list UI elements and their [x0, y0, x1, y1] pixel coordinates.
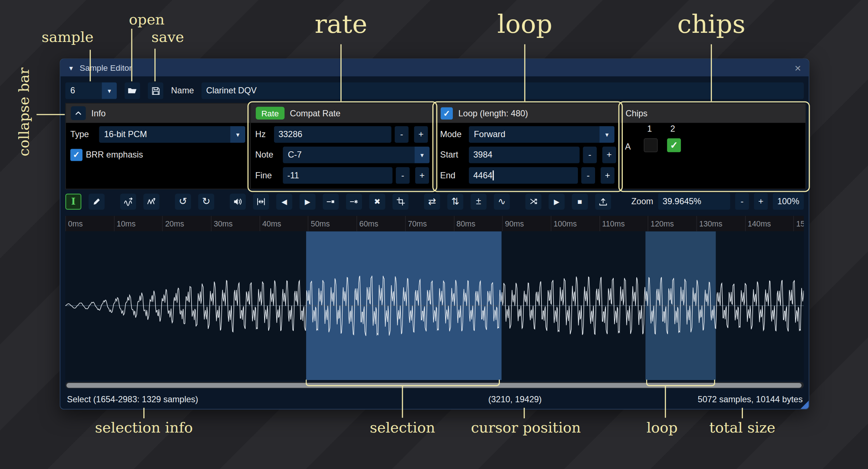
chips-panel: Chips 1 2 A ✓ — [620, 103, 806, 189]
time-ruler[interactable]: 0ms 10ms 20ms 30ms 40ms 50ms 60ms 70ms 8… — [65, 216, 804, 231]
loop-start-label: Start — [440, 150, 466, 160]
ruler-tick: 130ms — [697, 216, 745, 231]
waveform-view[interactable] — [65, 231, 804, 380]
chevron-up-icon — [74, 109, 82, 117]
zoom-reset-button[interactable]: 100% — [773, 193, 804, 210]
fine-input[interactable] — [283, 167, 392, 184]
apply-silence-button[interactable] — [346, 193, 362, 209]
normalize-button[interactable] — [253, 193, 269, 209]
undo-icon: ↺ — [179, 195, 187, 208]
save-annotation-label: save — [112, 29, 223, 46]
resample-button[interactable] — [143, 193, 159, 209]
chevron-down-icon[interactable]: ▼ — [102, 82, 117, 99]
zoom-input[interactable] — [658, 193, 730, 210]
hz-input[interactable] — [274, 126, 391, 143]
info-panel-header: Info — [66, 104, 250, 123]
fade-in-button[interactable]: ◀ — [276, 193, 292, 209]
preview-button[interactable]: ▶ — [549, 193, 565, 209]
rate-panel-body: Hz - + Note C-7 ▼ Fine - + — [251, 123, 434, 187]
rate-panel-title: Compat Rate — [290, 108, 341, 118]
scrollbar-thumb[interactable] — [66, 383, 802, 388]
window-collapse-icon[interactable]: ▼ — [68, 65, 74, 71]
delete-icon: ✖ — [374, 197, 381, 206]
delete-button[interactable]: ✖ — [369, 193, 385, 209]
name-input[interactable] — [202, 82, 804, 99]
chip-a2-checkbox[interactable]: ✓ — [667, 138, 681, 152]
fade-in-icon: ◀ — [282, 197, 287, 206]
waveform-scrollbar[interactable] — [65, 382, 804, 388]
save-button[interactable] — [148, 82, 163, 99]
zoom-in-button[interactable]: + — [754, 193, 768, 210]
stop-button[interactable]: ■ — [572, 193, 588, 209]
loop-mode-selector[interactable]: Forward ▼ — [469, 126, 614, 143]
loop-start-increment-button[interactable]: + — [602, 147, 616, 163]
apply-silence-icon — [349, 197, 359, 206]
play-icon: ▶ — [554, 197, 559, 206]
fade-out-button[interactable]: ▶ — [300, 193, 316, 209]
loop-panel: ✓ Loop (length: 480) Mode Forward ▼ Star… — [435, 103, 620, 189]
loop-start-input[interactable] — [469, 147, 579, 163]
text-cursor — [493, 170, 494, 180]
zoom-out-button[interactable]: - — [735, 193, 749, 210]
selection-annotation-label: selection — [319, 419, 485, 436]
chip-a1-checkbox[interactable] — [644, 138, 658, 152]
collapse-bar-annotation-label: collapse bar — [15, 67, 32, 156]
undo-button[interactable]: ↺ — [175, 193, 191, 209]
hz-decrement-button[interactable]: - — [395, 126, 409, 143]
ruler-tick: 70ms — [405, 216, 454, 231]
reverse-button[interactable]: ⇄ — [424, 193, 440, 209]
insert-silence-button[interactable] — [323, 193, 339, 209]
loop-end-decrement-button[interactable]: - — [581, 167, 595, 184]
brr-emphasis-checkbox[interactable]: ✓ — [70, 149, 82, 161]
ruler-tick: 10ms — [114, 216, 162, 231]
fine-increment-button[interactable]: + — [415, 167, 429, 184]
select-tool-button[interactable]: I — [65, 193, 81, 209]
upload-icon — [598, 197, 608, 206]
open-button[interactable] — [124, 82, 140, 99]
loop-annotation-label: loop — [442, 9, 608, 39]
fine-decrement-button[interactable]: - — [396, 167, 410, 184]
redo-button[interactable]: ↻ — [198, 193, 214, 209]
trim-button[interactable] — [393, 193, 409, 209]
cursor-position-annotation-label: cursor position — [443, 419, 609, 436]
chips-row-a-label: A — [625, 142, 631, 151]
loop-start-decrement-button[interactable]: - — [583, 147, 597, 163]
waveform-canvas[interactable] — [65, 231, 804, 380]
draw-tool-button[interactable] — [89, 193, 105, 209]
chevron-down-icon[interactable]: ▼ — [599, 126, 614, 143]
desktop-background: ▼ Sample Editor × 6 ▼ Name — [0, 0, 868, 469]
type-selector[interactable]: 16-bit PCM ▼ — [99, 126, 246, 143]
chips-panel-title: Chips — [625, 108, 647, 118]
type-value: 16-bit PCM — [99, 126, 231, 143]
ruler-tick: 90ms — [502, 216, 551, 231]
loop-end-input[interactable]: 4464 — [469, 167, 578, 184]
crossfade-button[interactable] — [525, 193, 541, 209]
chevron-down-icon[interactable]: ▼ — [414, 147, 429, 163]
resize-button[interactable] — [120, 193, 136, 209]
collapse-panel-button[interactable] — [71, 106, 86, 120]
loop-enable-checkbox[interactable]: ✓ — [441, 107, 453, 119]
ruler-tick: 120ms — [648, 216, 697, 231]
ruler-tick: 20ms — [162, 216, 211, 231]
save-icon — [151, 86, 160, 96]
window-resize-handle[interactable] — [801, 400, 809, 409]
titlebar[interactable]: ▼ Sample Editor × — [60, 59, 809, 76]
sign-invert-icon: ± — [476, 196, 481, 207]
filter-button[interactable]: ∿ — [494, 193, 510, 209]
ruler-tick: 0ms — [65, 216, 114, 231]
sample-selector[interactable]: 6 ▼ — [65, 82, 117, 99]
sign-invert-button[interactable]: ± — [471, 193, 487, 209]
invert-button[interactable]: ⇅ — [447, 193, 463, 209]
close-icon[interactable]: × — [795, 62, 801, 73]
crop-icon — [396, 197, 405, 206]
rate-badge[interactable]: Rate — [256, 107, 284, 120]
note-selector[interactable]: C-7 ▼ — [283, 147, 429, 163]
brr-emphasis-label: BRR emphasis — [86, 150, 143, 160]
loop-end-increment-button[interactable]: + — [601, 167, 614, 184]
amplify-button[interactable] — [230, 193, 246, 209]
ruler-tick: 80ms — [454, 216, 502, 231]
chevron-down-icon[interactable]: ▼ — [230, 126, 245, 143]
upload-button[interactable] — [595, 193, 611, 209]
hz-increment-button[interactable]: + — [414, 126, 428, 143]
ruler-tick: 140ms — [745, 216, 794, 231]
